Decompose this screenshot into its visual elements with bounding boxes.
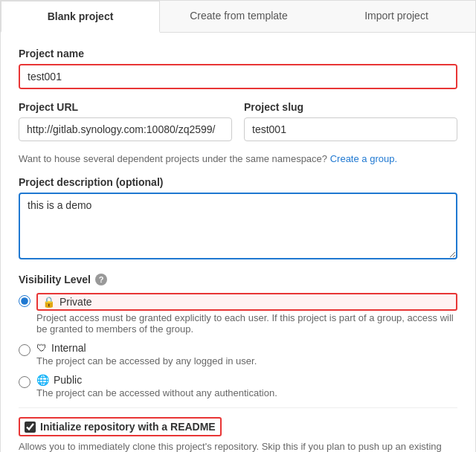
init-readme-label: Initialize repository with a README	[40, 421, 216, 433]
namespace-help-text: Want to house several dependent projects…	[19, 153, 457, 164]
tab-blank-project[interactable]: Blank project	[1, 1, 160, 33]
tab-create-from-template[interactable]: Create from template	[160, 1, 318, 32]
visibility-help-icon[interactable]: ?	[95, 274, 107, 285]
tab-import-project[interactable]: Import project	[318, 1, 475, 32]
globe-icon: 🌐	[36, 374, 49, 386]
visibility-title: Visibility Level ?	[19, 274, 457, 285]
form-body: Project name Project URL Project slug Wa…	[1, 33, 475, 452]
visibility-private-desc: Project access must be granted explicitl…	[36, 312, 457, 335]
project-name-group: Project name	[19, 48, 457, 89]
project-url-col: Project URL	[19, 101, 232, 141]
init-readme-checkbox[interactable]	[25, 422, 36, 433]
create-group-link[interactable]: Create a group.	[330, 153, 397, 164]
tabs-bar: Blank project Create from template Impor…	[1, 1, 475, 33]
project-slug-col: Project slug	[244, 101, 457, 141]
visibility-public-label: 🌐 Public The project can be accessed wit…	[36, 374, 277, 398]
description-textarea[interactable]: this is a demo	[19, 193, 457, 259]
init-readme-desc: Allows you to immediately clone this pro…	[19, 441, 457, 452]
project-name-input[interactable]	[20, 65, 456, 88]
visibility-internal-desc: The project can be accessed by any logge…	[36, 355, 257, 367]
project-name-label: Project name	[19, 48, 457, 59]
visibility-internal-option: 🛡 Internal The project can be accessed b…	[19, 342, 457, 367]
visibility-public-radio[interactable]	[19, 376, 30, 388]
divider	[19, 407, 457, 408]
shield-icon: 🛡	[36, 342, 47, 354]
visibility-group: Visibility Level ? 🔒 Private Project acc…	[19, 274, 457, 398]
modal-container: Blank project Create from template Impor…	[0, 0, 476, 452]
visibility-public-title: 🌐 Public	[36, 374, 277, 386]
project-url-input[interactable]	[19, 117, 232, 141]
project-url-label: Project URL	[19, 101, 232, 113]
url-slug-row: Project URL Project slug	[19, 101, 457, 141]
visibility-internal-title: 🛡 Internal	[36, 342, 257, 354]
visibility-public-desc: The project can be accessed without any …	[36, 387, 277, 398]
lock-icon: 🔒	[42, 296, 55, 308]
description-label: Project description (optional)	[19, 176, 457, 188]
init-readme-highlight: Initialize repository with a README	[19, 417, 222, 436]
visibility-public-option: 🌐 Public The project can be accessed wit…	[19, 374, 457, 398]
visibility-private-title: 🔒 Private	[36, 293, 457, 311]
visibility-internal-radio[interactable]	[19, 344, 30, 356]
visibility-private-label: 🔒 Private Project access must be granted…	[36, 293, 457, 335]
project-name-input-wrap	[19, 64, 457, 89]
description-group: Project description (optional) this is a…	[19, 176, 457, 262]
visibility-internal-label: 🛡 Internal The project can be accessed b…	[36, 342, 257, 367]
project-slug-input[interactable]	[244, 117, 457, 141]
visibility-private-radio[interactable]	[19, 295, 30, 307]
init-readme-row: Initialize repository with a README	[19, 417, 457, 436]
visibility-private-option: 🔒 Private Project access must be granted…	[19, 293, 457, 335]
project-slug-label: Project slug	[244, 101, 457, 113]
